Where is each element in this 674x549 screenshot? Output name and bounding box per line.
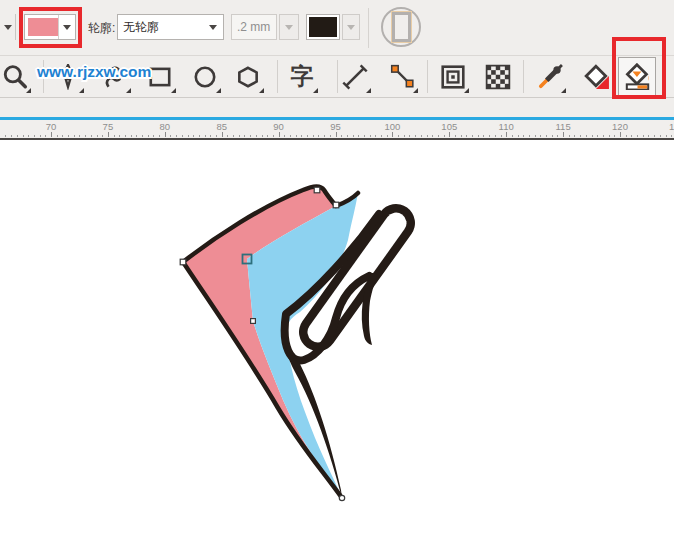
node-marker	[314, 187, 320, 193]
coreldraw-window: 轮廓: 无轮廓 .2 mm	[0, 0, 674, 549]
watermark: www.rjzxw.com	[37, 63, 151, 81]
node-marker-tip	[339, 495, 344, 500]
node-marker	[251, 319, 256, 324]
artwork[interactable]	[0, 0, 674, 549]
node-marker	[180, 259, 186, 265]
node-marker	[333, 202, 339, 208]
